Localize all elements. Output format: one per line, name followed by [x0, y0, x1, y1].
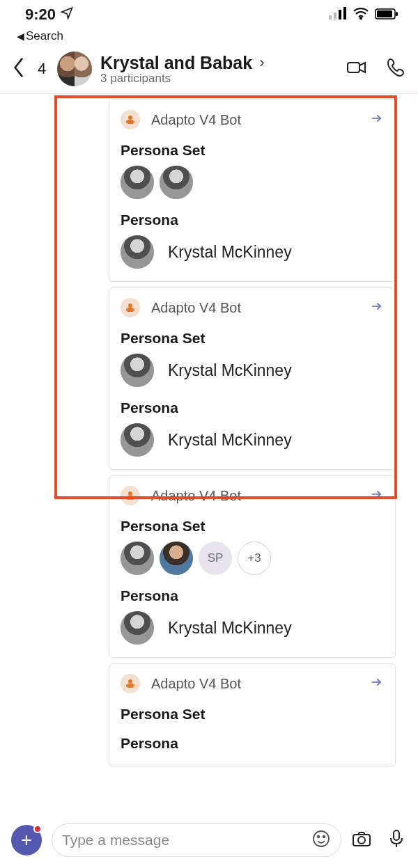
notification-dot-icon: [33, 825, 42, 833]
card-expand-button[interactable]: [370, 299, 384, 316]
status-bar: 9:20: [0, 0, 418, 29]
persona-heading: Persona: [121, 212, 384, 228]
svg-rect-35: [394, 830, 399, 840]
card-expand-button[interactable]: [370, 487, 384, 504]
svg-point-31: [318, 835, 320, 837]
chevron-right-icon: ›: [259, 54, 264, 72]
avatar: [121, 611, 154, 645]
svg-rect-16: [127, 308, 134, 312]
microphone-button[interactable]: [386, 828, 407, 852]
avatar-overflow[interactable]: +3: [238, 542, 271, 575]
persona-heading: Persona: [121, 735, 384, 752]
svg-point-32: [323, 835, 325, 837]
svg-rect-6: [377, 10, 392, 17]
persona-set-heading: Persona Set: [121, 330, 384, 347]
avatar[interactable]: [121, 542, 154, 575]
svg-rect-23: [134, 497, 135, 499]
bot-avatar-icon: [121, 674, 140, 693]
svg-rect-12: [126, 121, 127, 123]
message-placeholder: Type a message: [62, 832, 304, 849]
bot-name-label: Adapto V4 Bot: [151, 112, 370, 128]
svg-rect-1: [334, 13, 336, 19]
svg-rect-13: [134, 121, 135, 123]
emoji-button[interactable]: [311, 829, 331, 852]
svg-marker-9: [359, 63, 365, 72]
avatar: [121, 235, 154, 269]
svg-rect-21: [127, 496, 134, 500]
svg-rect-11: [127, 120, 134, 124]
bot-name-label: Adapto V4 Bot: [151, 300, 370, 316]
chat-title-block[interactable]: Krystal and Babak › 3 participants: [100, 53, 334, 86]
avatar: [121, 423, 154, 457]
svg-point-15: [128, 303, 132, 308]
video-call-button[interactable]: [346, 56, 368, 81]
persona-set-heading: Persona Set: [121, 142, 384, 159]
avatar[interactable]: [160, 166, 193, 199]
persona-row[interactable]: Krystal McKinney: [121, 235, 384, 269]
bot-card: Adapto V4 Bot Persona Set Persona Krysta…: [109, 100, 396, 282]
status-time: 9:20: [25, 6, 56, 24]
avatar-initials[interactable]: SP: [199, 542, 232, 575]
chat-subtitle: 3 participants: [100, 72, 334, 86]
svg-point-4: [360, 17, 362, 19]
svg-point-20: [128, 491, 132, 496]
persona-heading: Persona: [121, 400, 384, 416]
svg-point-10: [128, 116, 132, 120]
persona-set-heading: Persona Set: [121, 706, 384, 723]
compose-add-button[interactable]: +: [11, 825, 42, 855]
bot-name-label: Adapto V4 Bot: [151, 676, 370, 692]
svg-rect-27: [126, 685, 127, 687]
svg-point-25: [128, 679, 132, 684]
bot-avatar-icon: [121, 110, 140, 129]
svg-rect-3: [343, 7, 346, 19]
location-icon: [60, 6, 74, 24]
persona-row[interactable]: Krystal McKinney: [121, 423, 384, 457]
card-expand-button[interactable]: [370, 675, 384, 692]
svg-rect-22: [126, 497, 127, 499]
svg-point-34: [358, 837, 365, 844]
message-input[interactable]: Type a message: [52, 823, 341, 857]
svg-rect-7: [396, 12, 398, 16]
persona-set-row[interactable]: Krystal McKinney: [121, 354, 384, 387]
persona-name: Krystal McKinney: [168, 619, 292, 638]
back-search-label: Search: [26, 29, 63, 43]
camera-button[interactable]: [351, 828, 372, 852]
chat-avatar[interactable]: [57, 52, 92, 86]
avatar[interactable]: [160, 542, 193, 575]
avatar[interactable]: [121, 166, 154, 199]
svg-rect-26: [127, 684, 134, 688]
bot-card: Adapto V4 Bot Persona Set SP +3 Persona …: [109, 475, 396, 658]
chat-scroll-area[interactable]: Adapto V4 Bot Persona Set Persona Krysta…: [0, 94, 418, 814]
persona-set-heading: Persona Set: [121, 518, 384, 535]
message-composer: + Type a message: [0, 812, 418, 868]
persona-set-avatars: SP +3: [121, 542, 384, 575]
persona-name: Krystal McKinney: [168, 361, 292, 380]
back-button[interactable]: [11, 56, 26, 81]
wifi-icon: [353, 6, 369, 24]
bot-card: Adapto V4 Bot Persona Set Krystal McKinn…: [109, 287, 396, 470]
unread-count: 4: [38, 60, 49, 78]
back-triangle-icon: ◀: [17, 31, 24, 42]
persona-name: Krystal McKinney: [168, 243, 292, 262]
persona-heading: Persona: [121, 587, 384, 604]
plus-icon: +: [21, 830, 32, 850]
svg-rect-8: [348, 63, 359, 72]
bot-avatar-icon: [121, 298, 140, 317]
bot-name-label: Adapto V4 Bot: [151, 488, 370, 504]
svg-rect-17: [126, 309, 127, 311]
svg-rect-0: [329, 15, 332, 19]
card-expand-button[interactable]: [370, 111, 384, 128]
back-to-search[interactable]: ◀ Search: [0, 29, 418, 47]
avatar: [121, 354, 154, 387]
svg-point-30: [314, 831, 329, 846]
svg-rect-28: [134, 685, 135, 687]
chat-header: 4 Krystal and Babak › 3 participants: [0, 47, 418, 93]
chat-title-text: Krystal and Babak: [100, 53, 252, 73]
bot-card: Adapto V4 Bot Persona Set Persona: [109, 663, 396, 766]
battery-icon: [375, 6, 398, 24]
persona-row[interactable]: Krystal McKinney: [121, 611, 384, 645]
cellular-icon: [329, 6, 347, 24]
bot-avatar-icon: [121, 486, 140, 505]
audio-call-button[interactable]: [385, 56, 407, 81]
persona-set-avatars: [121, 166, 384, 199]
